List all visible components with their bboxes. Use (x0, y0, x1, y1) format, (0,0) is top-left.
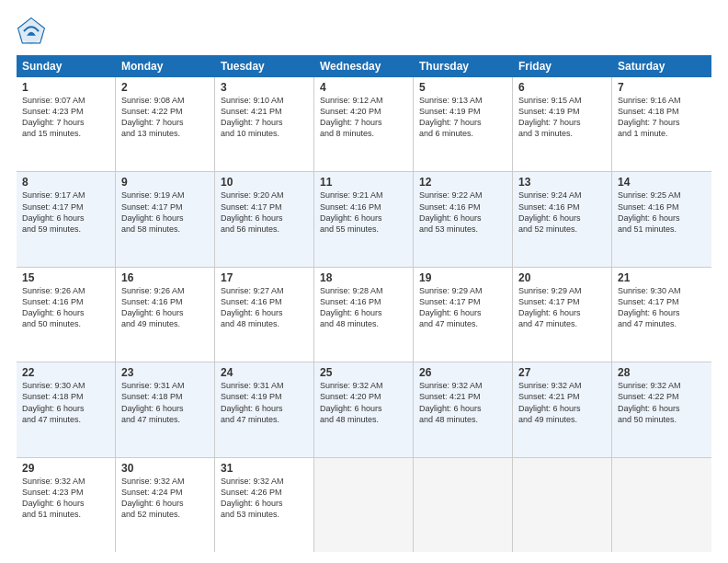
day-info: Sunrise: 9:15 AM Sunset: 4:19 PM Dayligh… (518, 95, 606, 140)
day-cell-25: 25Sunrise: 9:32 AM Sunset: 4:20 PM Dayli… (314, 362, 414, 456)
calendar: SundayMondayTuesdayWednesdayThursdayFrid… (17, 55, 711, 552)
day-cell-13: 13Sunrise: 9:24 AM Sunset: 4:16 PM Dayli… (513, 172, 612, 266)
day-cell-21: 21Sunrise: 9:30 AM Sunset: 4:17 PM Dayli… (612, 268, 711, 362)
day-info: Sunrise: 9:28 AM Sunset: 4:16 PM Dayligh… (320, 285, 407, 330)
day-info: Sunrise: 9:30 AM Sunset: 4:17 PM Dayligh… (618, 285, 706, 330)
day-cell-8: 8Sunrise: 9:17 AM Sunset: 4:17 PM Daylig… (17, 172, 116, 266)
day-cell-28: 28Sunrise: 9:32 AM Sunset: 4:22 PM Dayli… (612, 362, 711, 456)
empty-cell (513, 458, 612, 552)
calendar-row-5: 29Sunrise: 9:32 AM Sunset: 4:23 PM Dayli… (17, 458, 711, 552)
day-number: 12 (419, 176, 506, 189)
day-cell-31: 31Sunrise: 9:32 AM Sunset: 4:26 PM Dayli… (215, 458, 314, 552)
day-info: Sunrise: 9:32 AM Sunset: 4:22 PM Dayligh… (618, 380, 706, 425)
header-day-thursday: Thursday (414, 55, 513, 77)
day-cell-20: 20Sunrise: 9:29 AM Sunset: 4:17 PM Dayli… (513, 268, 612, 362)
day-cell-16: 16Sunrise: 9:26 AM Sunset: 4:16 PM Dayli… (116, 268, 215, 362)
day-cell-22: 22Sunrise: 9:30 AM Sunset: 4:18 PM Dayli… (17, 362, 116, 456)
day-number: 24 (221, 366, 308, 379)
day-info: Sunrise: 9:32 AM Sunset: 4:24 PM Dayligh… (121, 476, 209, 521)
day-number: 20 (518, 271, 606, 284)
day-number: 22 (22, 366, 109, 379)
day-cell-17: 17Sunrise: 9:27 AM Sunset: 4:16 PM Dayli… (215, 268, 314, 362)
day-number: 28 (618, 366, 706, 379)
day-info: Sunrise: 9:29 AM Sunset: 4:17 PM Dayligh… (419, 285, 506, 330)
day-number: 27 (518, 366, 606, 379)
day-cell-12: 12Sunrise: 9:22 AM Sunset: 4:16 PM Dayli… (414, 172, 513, 266)
header-day-tuesday: Tuesday (215, 55, 314, 77)
calendar-row-4: 22Sunrise: 9:30 AM Sunset: 4:18 PM Dayli… (17, 362, 711, 457)
day-number: 31 (221, 462, 308, 475)
day-info: Sunrise: 9:30 AM Sunset: 4:18 PM Dayligh… (22, 380, 109, 425)
day-cell-26: 26Sunrise: 9:32 AM Sunset: 4:21 PM Dayli… (414, 362, 513, 456)
header-day-sunday: Sunday (17, 55, 116, 77)
day-cell-10: 10Sunrise: 9:20 AM Sunset: 4:17 PM Dayli… (215, 172, 314, 266)
day-cell-24: 24Sunrise: 9:31 AM Sunset: 4:19 PM Dayli… (215, 362, 314, 456)
day-cell-11: 11Sunrise: 9:21 AM Sunset: 4:16 PM Dayli… (314, 172, 414, 266)
day-cell-2: 2Sunrise: 9:08 AM Sunset: 4:22 PM Daylig… (116, 77, 215, 171)
calendar-header: SundayMondayTuesdayWednesdayThursdayFrid… (17, 55, 711, 77)
day-info: Sunrise: 9:22 AM Sunset: 4:16 PM Dayligh… (419, 190, 506, 235)
header-day-monday: Monday (116, 55, 215, 77)
empty-cell (414, 458, 513, 552)
day-number: 6 (518, 81, 606, 94)
header-day-saturday: Saturday (612, 55, 711, 77)
day-cell-19: 19Sunrise: 9:29 AM Sunset: 4:17 PM Dayli… (414, 268, 513, 362)
day-number: 4 (320, 81, 407, 94)
logo-icon (17, 17, 46, 46)
day-number: 21 (618, 271, 706, 284)
day-cell-1: 1Sunrise: 9:07 AM Sunset: 4:23 PM Daylig… (17, 77, 116, 171)
day-number: 9 (121, 176, 209, 189)
day-info: Sunrise: 9:17 AM Sunset: 4:17 PM Dayligh… (22, 190, 109, 235)
day-info: Sunrise: 9:08 AM Sunset: 4:22 PM Dayligh… (121, 95, 209, 140)
day-number: 18 (320, 271, 407, 284)
day-info: Sunrise: 9:27 AM Sunset: 4:16 PM Dayligh… (221, 285, 308, 330)
logo (17, 17, 51, 46)
day-number: 1 (22, 81, 109, 94)
day-info: Sunrise: 9:21 AM Sunset: 4:16 PM Dayligh… (320, 190, 407, 235)
day-info: Sunrise: 9:13 AM Sunset: 4:19 PM Dayligh… (419, 95, 506, 140)
header (17, 17, 711, 46)
day-number: 7 (618, 81, 706, 94)
day-number: 11 (320, 176, 407, 189)
day-info: Sunrise: 9:26 AM Sunset: 4:16 PM Dayligh… (22, 285, 109, 330)
day-cell-3: 3Sunrise: 9:10 AM Sunset: 4:21 PM Daylig… (215, 77, 314, 171)
day-number: 3 (221, 81, 308, 94)
calendar-row-2: 8Sunrise: 9:17 AM Sunset: 4:17 PM Daylig… (17, 172, 711, 267)
day-info: Sunrise: 9:32 AM Sunset: 4:21 PM Dayligh… (419, 380, 506, 425)
header-day-friday: Friday (513, 55, 612, 77)
day-cell-15: 15Sunrise: 9:26 AM Sunset: 4:16 PM Dayli… (17, 268, 116, 362)
empty-cell (314, 458, 414, 552)
calendar-body: 1Sunrise: 9:07 AM Sunset: 4:23 PM Daylig… (17, 77, 711, 552)
day-info: Sunrise: 9:12 AM Sunset: 4:20 PM Dayligh… (320, 95, 407, 140)
day-cell-27: 27Sunrise: 9:32 AM Sunset: 4:21 PM Dayli… (513, 362, 612, 456)
day-number: 16 (121, 271, 209, 284)
empty-cell (612, 458, 711, 552)
day-info: Sunrise: 9:32 AM Sunset: 4:26 PM Dayligh… (221, 476, 308, 521)
day-info: Sunrise: 9:32 AM Sunset: 4:23 PM Dayligh… (22, 476, 109, 521)
calendar-row-1: 1Sunrise: 9:07 AM Sunset: 4:23 PM Daylig… (17, 77, 711, 172)
day-number: 30 (121, 462, 209, 475)
day-info: Sunrise: 9:32 AM Sunset: 4:20 PM Dayligh… (320, 380, 407, 425)
day-cell-7: 7Sunrise: 9:16 AM Sunset: 4:18 PM Daylig… (612, 77, 711, 171)
day-number: 23 (121, 366, 209, 379)
day-info: Sunrise: 9:10 AM Sunset: 4:21 PM Dayligh… (221, 95, 308, 140)
day-cell-9: 9Sunrise: 9:19 AM Sunset: 4:17 PM Daylig… (116, 172, 215, 266)
day-number: 25 (320, 366, 407, 379)
day-cell-4: 4Sunrise: 9:12 AM Sunset: 4:20 PM Daylig… (314, 77, 414, 171)
day-info: Sunrise: 9:26 AM Sunset: 4:16 PM Dayligh… (121, 285, 209, 330)
calendar-row-3: 15Sunrise: 9:26 AM Sunset: 4:16 PM Dayli… (17, 268, 711, 362)
day-cell-30: 30Sunrise: 9:32 AM Sunset: 4:24 PM Dayli… (116, 458, 215, 552)
day-number: 29 (22, 462, 109, 475)
header-day-wednesday: Wednesday (314, 55, 414, 77)
day-cell-29: 29Sunrise: 9:32 AM Sunset: 4:23 PM Dayli… (17, 458, 116, 552)
day-number: 5 (419, 81, 506, 94)
day-info: Sunrise: 9:31 AM Sunset: 4:19 PM Dayligh… (221, 380, 308, 425)
day-cell-5: 5Sunrise: 9:13 AM Sunset: 4:19 PM Daylig… (414, 77, 513, 171)
day-info: Sunrise: 9:25 AM Sunset: 4:16 PM Dayligh… (618, 190, 706, 235)
day-info: Sunrise: 9:20 AM Sunset: 4:17 PM Dayligh… (221, 190, 308, 235)
day-number: 15 (22, 271, 109, 284)
day-number: 17 (221, 271, 308, 284)
day-info: Sunrise: 9:32 AM Sunset: 4:21 PM Dayligh… (518, 380, 606, 425)
day-info: Sunrise: 9:24 AM Sunset: 4:16 PM Dayligh… (518, 190, 606, 235)
day-info: Sunrise: 9:16 AM Sunset: 4:18 PM Dayligh… (618, 95, 706, 140)
